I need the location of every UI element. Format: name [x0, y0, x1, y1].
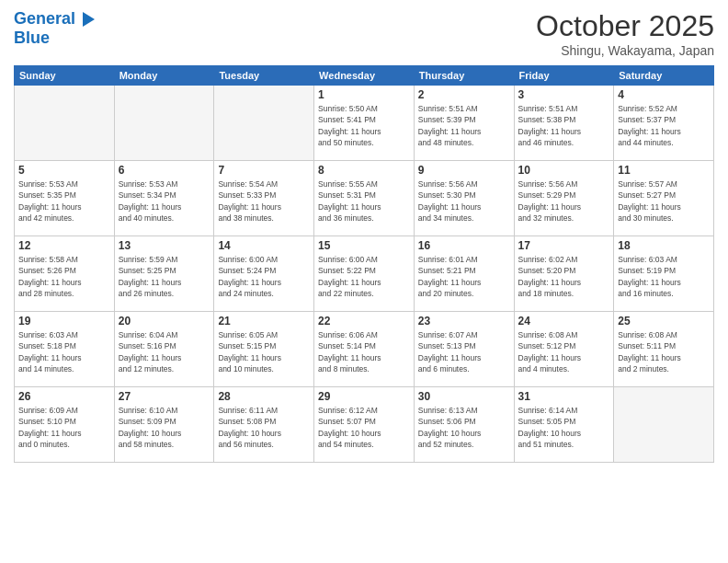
day-cell: 23Sunrise: 6:07 AM Sunset: 5:13 PM Dayli…	[414, 312, 514, 387]
day-info: Sunrise: 5:59 AM Sunset: 5:25 PM Dayligh…	[119, 254, 210, 299]
day-cell: 17Sunrise: 6:02 AM Sunset: 5:20 PM Dayli…	[514, 236, 614, 312]
day-info: Sunrise: 6:09 AM Sunset: 5:10 PM Dayligh…	[18, 405, 110, 450]
day-number: 3	[518, 88, 610, 101]
day-cell: 2Sunrise: 5:51 AM Sunset: 5:39 PM Daylig…	[414, 86, 514, 161]
day-number: 5	[18, 164, 110, 177]
day-cell: 22Sunrise: 6:06 AM Sunset: 5:14 PM Dayli…	[314, 312, 415, 387]
day-cell: 29Sunrise: 6:12 AM Sunset: 5:07 PM Dayli…	[314, 387, 415, 463]
day-number: 28	[218, 390, 310, 403]
day-info: Sunrise: 6:04 AM Sunset: 5:16 PM Dayligh…	[119, 329, 210, 374]
day-number: 14	[218, 239, 310, 252]
day-number: 25	[618, 315, 710, 327]
day-number: 7	[218, 164, 310, 177]
day-number: 13	[119, 239, 210, 252]
day-number: 8	[318, 164, 410, 177]
day-info: Sunrise: 6:06 AM Sunset: 5:14 PM Dayligh…	[318, 329, 410, 374]
day-info: Sunrise: 6:13 AM Sunset: 5:06 PM Dayligh…	[418, 405, 510, 450]
day-info: Sunrise: 5:54 AM Sunset: 5:33 PM Dayligh…	[218, 178, 310, 224]
day-info: Sunrise: 6:14 AM Sunset: 5:05 PM Dayligh…	[518, 405, 610, 450]
day-info: Sunrise: 6:00 AM Sunset: 5:24 PM Dayligh…	[218, 254, 310, 299]
day-cell: 14Sunrise: 6:00 AM Sunset: 5:24 PM Dayli…	[214, 236, 314, 312]
day-number: 26	[18, 390, 110, 403]
day-cell: 24Sunrise: 6:08 AM Sunset: 5:12 PM Dayli…	[514, 312, 614, 387]
day-number: 15	[318, 239, 410, 252]
day-number: 2	[418, 88, 510, 101]
location: Shingu, Wakayama, Japan	[536, 43, 714, 58]
day-info: Sunrise: 6:07 AM Sunset: 5:13 PM Dayligh…	[418, 329, 510, 374]
header-row: Sunday Monday Tuesday Wednesday Thursday…	[15, 66, 714, 86]
day-cell: 16Sunrise: 6:01 AM Sunset: 5:21 PM Dayli…	[414, 236, 514, 312]
week-row-5: 26Sunrise: 6:09 AM Sunset: 5:10 PM Dayli…	[15, 387, 714, 463]
day-cell: 31Sunrise: 6:14 AM Sunset: 5:05 PM Dayli…	[514, 387, 614, 463]
day-cell: 25Sunrise: 6:08 AM Sunset: 5:11 PM Dayli…	[614, 312, 714, 387]
day-number: 17	[518, 239, 610, 252]
logo-text: General	[14, 9, 95, 29]
col-friday: Friday	[514, 66, 614, 86]
day-info: Sunrise: 6:08 AM Sunset: 5:12 PM Dayligh…	[518, 329, 610, 374]
col-thursday: Thursday	[414, 66, 514, 86]
day-info: Sunrise: 6:03 AM Sunset: 5:19 PM Dayligh…	[618, 254, 710, 299]
day-number: 6	[119, 164, 210, 177]
day-cell: 11Sunrise: 5:57 AM Sunset: 5:27 PM Dayli…	[614, 161, 714, 236]
day-number: 9	[418, 164, 510, 177]
month-title: October 2025	[536, 9, 714, 43]
day-cell: 12Sunrise: 5:58 AM Sunset: 5:26 PM Dayli…	[15, 236, 115, 312]
col-wednesday: Wednesday	[314, 66, 415, 86]
day-info: Sunrise: 6:10 AM Sunset: 5:09 PM Dayligh…	[119, 405, 210, 450]
day-info: Sunrise: 5:52 AM Sunset: 5:37 PM Dayligh…	[618, 103, 710, 148]
day-info: Sunrise: 5:55 AM Sunset: 5:31 PM Dayligh…	[318, 178, 410, 224]
day-cell: 13Sunrise: 5:59 AM Sunset: 5:25 PM Dayli…	[114, 236, 214, 312]
day-info: Sunrise: 6:00 AM Sunset: 5:22 PM Dayligh…	[318, 254, 410, 299]
day-cell: 6Sunrise: 5:53 AM Sunset: 5:34 PM Daylig…	[114, 161, 214, 236]
week-row-1: 1Sunrise: 5:50 AM Sunset: 5:41 PM Daylig…	[15, 86, 714, 161]
day-cell: 7Sunrise: 5:54 AM Sunset: 5:33 PM Daylig…	[214, 161, 314, 236]
day-number: 19	[18, 315, 110, 327]
day-number: 21	[218, 315, 310, 327]
day-cell: 30Sunrise: 6:13 AM Sunset: 5:06 PM Dayli…	[414, 387, 514, 463]
day-number: 1	[318, 88, 410, 101]
day-cell: 18Sunrise: 6:03 AM Sunset: 5:19 PM Dayli…	[614, 236, 714, 312]
day-info: Sunrise: 6:03 AM Sunset: 5:18 PM Dayligh…	[18, 329, 110, 374]
day-cell	[214, 86, 314, 161]
logo: General Blue	[14, 9, 95, 47]
day-number: 24	[518, 315, 610, 327]
day-number: 10	[518, 164, 610, 177]
col-sunday: Sunday	[15, 66, 115, 86]
logo-arrow-icon	[83, 12, 95, 27]
day-cell	[114, 86, 214, 161]
day-number: 22	[318, 315, 410, 327]
calendar-table: Sunday Monday Tuesday Wednesday Thursday…	[14, 65, 714, 463]
day-cell	[15, 86, 115, 161]
day-number: 31	[518, 390, 610, 403]
day-info: Sunrise: 5:53 AM Sunset: 5:34 PM Dayligh…	[119, 178, 210, 224]
day-info: Sunrise: 6:12 AM Sunset: 5:07 PM Dayligh…	[318, 405, 410, 450]
logo-text-block: General Blue	[14, 9, 95, 47]
day-info: Sunrise: 6:11 AM Sunset: 5:08 PM Dayligh…	[218, 405, 310, 450]
day-cell: 9Sunrise: 5:56 AM Sunset: 5:30 PM Daylig…	[414, 161, 514, 236]
day-info: Sunrise: 5:56 AM Sunset: 5:29 PM Dayligh…	[518, 178, 610, 224]
day-info: Sunrise: 6:08 AM Sunset: 5:11 PM Dayligh…	[618, 329, 710, 374]
week-row-3: 12Sunrise: 5:58 AM Sunset: 5:26 PM Dayli…	[15, 236, 714, 312]
day-cell	[614, 387, 714, 463]
day-cell: 10Sunrise: 5:56 AM Sunset: 5:29 PM Dayli…	[514, 161, 614, 236]
day-number: 29	[318, 390, 410, 403]
col-monday: Monday	[114, 66, 214, 86]
day-number: 23	[418, 315, 510, 327]
day-info: Sunrise: 6:01 AM Sunset: 5:21 PM Dayligh…	[418, 254, 510, 299]
day-number: 27	[119, 390, 210, 403]
day-number: 4	[618, 88, 710, 101]
day-info: Sunrise: 5:58 AM Sunset: 5:26 PM Dayligh…	[18, 254, 110, 299]
title-section: October 2025 Shingu, Wakayama, Japan	[536, 9, 714, 58]
day-info: Sunrise: 5:53 AM Sunset: 5:35 PM Dayligh…	[18, 178, 110, 224]
day-cell: 5Sunrise: 5:53 AM Sunset: 5:35 PM Daylig…	[15, 161, 115, 236]
header: General Blue October 2025 Shingu, Wakaya…	[14, 9, 714, 58]
day-number: 18	[618, 239, 710, 252]
day-info: Sunrise: 5:56 AM Sunset: 5:30 PM Dayligh…	[418, 178, 510, 224]
week-row-2: 5Sunrise: 5:53 AM Sunset: 5:35 PM Daylig…	[15, 161, 714, 236]
day-number: 16	[418, 239, 510, 252]
day-info: Sunrise: 5:51 AM Sunset: 5:39 PM Dayligh…	[418, 103, 510, 148]
day-cell: 28Sunrise: 6:11 AM Sunset: 5:08 PM Dayli…	[214, 387, 314, 463]
day-number: 20	[119, 315, 210, 327]
day-cell: 26Sunrise: 6:09 AM Sunset: 5:10 PM Dayli…	[15, 387, 115, 463]
day-cell: 8Sunrise: 5:55 AM Sunset: 5:31 PM Daylig…	[314, 161, 415, 236]
